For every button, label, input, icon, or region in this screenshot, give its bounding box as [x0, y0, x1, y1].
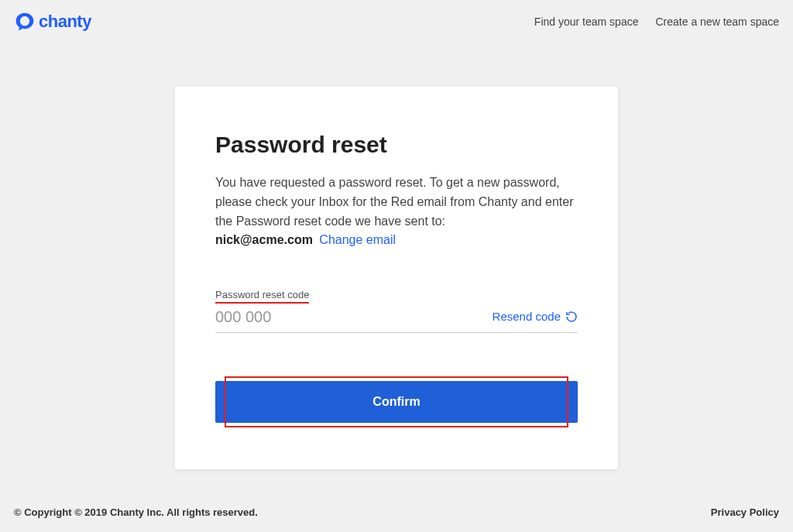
refresh-icon: [565, 311, 578, 323]
description-text: You have requested a password reset. To …: [215, 173, 578, 231]
code-input[interactable]: [215, 308, 493, 326]
privacy-policy-link[interactable]: Privacy Policy: [711, 506, 779, 518]
email-line: nick@acme.com Change email: [215, 231, 578, 250]
email-value: nick@acme.com: [215, 233, 313, 246]
code-field-row: Password reset code Resend code: [215, 287, 578, 333]
header: chanty Find your team space Create a new…: [0, 0, 793, 43]
footer: © Copyright © 2019 Chanty Inc. All right…: [0, 494, 793, 532]
main: Password reset You have requested a pass…: [0, 43, 793, 469]
confirm-button[interactable]: Confirm: [215, 381, 578, 423]
find-team-link[interactable]: Find your team space: [534, 15, 639, 28]
resend-code-button[interactable]: Resend code: [493, 310, 578, 326]
password-reset-card: Password reset You have requested a pass…: [175, 87, 618, 469]
code-field-label: Password reset code: [215, 289, 309, 304]
logo-icon: [14, 11, 36, 33]
copyright-text: © Copyright © 2019 Chanty Inc. All right…: [14, 506, 258, 518]
code-field: Password reset code: [215, 287, 493, 326]
nav-links: Find your team space Create a new team s…: [534, 15, 779, 28]
page-title: Password reset: [215, 132, 578, 158]
resend-label: Resend code: [493, 310, 561, 323]
logo[interactable]: chanty: [14, 11, 91, 33]
confirm-button-wrap: Confirm: [215, 381, 578, 423]
logo-text: chanty: [39, 12, 91, 32]
create-team-link[interactable]: Create a new team space: [655, 15, 779, 28]
change-email-link[interactable]: Change email: [319, 233, 396, 246]
